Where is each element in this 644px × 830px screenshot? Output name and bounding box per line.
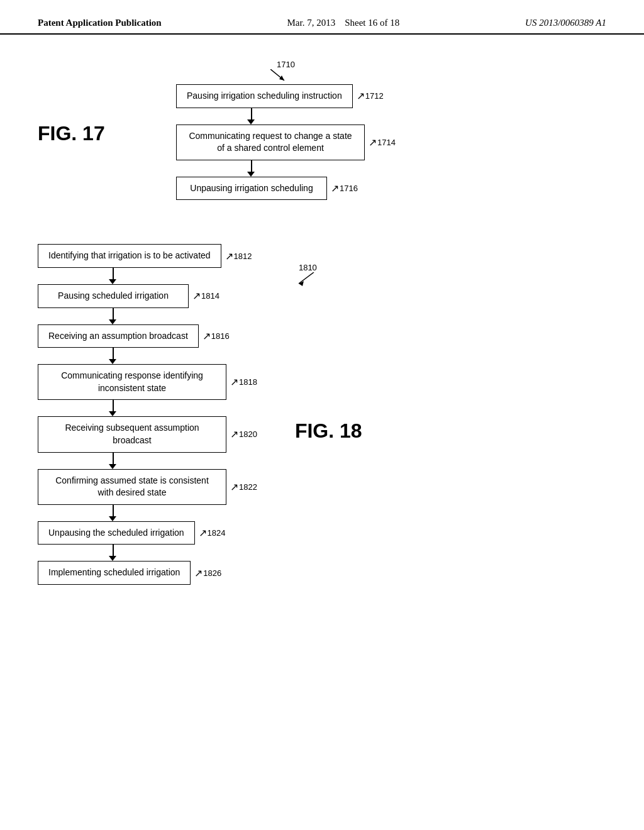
fig17-row-1714: Communicating request to change a state … xyxy=(176,124,396,160)
box-1714: Communicating request to change a state … xyxy=(176,124,365,160)
box-1712: Pausing irrigation scheduling instructio… xyxy=(176,84,353,108)
arr-e xyxy=(113,453,114,464)
arr-d xyxy=(113,400,114,411)
ref-1710-area: 1710 xyxy=(270,60,606,83)
main-content: 1710 FIG. 17 Pausing irrigation scheduli… xyxy=(0,35,644,610)
page-header: Patent Application Publication Mar. 7, 2… xyxy=(0,0,644,35)
svg-line-2 xyxy=(299,272,314,284)
arrow-1712-1714 xyxy=(251,108,252,119)
box-1820: Receiving subsequent assumption broadcas… xyxy=(38,416,226,452)
box-1824: Unpausing the scheduled irrigation xyxy=(38,521,195,545)
diagonal-arrow-1810 xyxy=(295,272,318,287)
box-1818: Communicating response identifying incon… xyxy=(38,364,226,400)
fig18-row-1822: Confirming assumed state is consistent w… xyxy=(38,469,257,505)
fig18-flowchart: Identifying that irrigation is to be act… xyxy=(38,244,257,585)
fig17-label: FIG. 17 xyxy=(38,122,105,145)
arr-c xyxy=(113,348,114,359)
box-1816: Receiving an assumption broadcast xyxy=(38,324,199,348)
fig18-label-area: 1810 FIG. 18 xyxy=(295,263,362,443)
fig17-section: 1710 FIG. 17 Pausing irrigation scheduli… xyxy=(38,60,606,200)
ref-1710-label: 1710 xyxy=(277,60,295,69)
ref-1714: ↗ 1714 xyxy=(369,136,396,148)
date-label: Mar. 7, 2013 xyxy=(287,18,336,28)
ref-1712: ↗ 1712 xyxy=(357,90,384,102)
arr-b xyxy=(113,308,114,319)
fig18-row-1826: Implementing scheduled irrigation ↗ 1826 xyxy=(38,561,221,585)
arrow-1714-1716 xyxy=(251,160,252,172)
arrowhead-b xyxy=(109,319,116,324)
ref-1818: ↗ 1818 xyxy=(230,376,257,388)
fig18-row-1820: Receiving subsequent assumption broadcas… xyxy=(38,416,257,452)
fig18-row-1816: Receiving an assumption broadcast ↗ 1816 xyxy=(38,324,230,348)
arr-a xyxy=(113,268,114,279)
diagonal-arrow-1710 xyxy=(270,69,289,83)
arr-f xyxy=(113,505,114,516)
patent-number: US 2013/0060389 A1 xyxy=(525,18,606,28)
fig18-section: Identifying that irrigation is to be act… xyxy=(38,244,606,585)
ref-1814: ↗ 1814 xyxy=(192,290,219,302)
ref-1810-label: 1810 xyxy=(299,263,362,272)
box-1812: Identifying that irrigation is to be act… xyxy=(38,244,221,268)
ref-1716: ↗ 1716 xyxy=(331,182,358,194)
fig17-content: FIG. 17 Pausing irrigation scheduling in… xyxy=(38,84,606,200)
box-1822: Confirming assumed state is consistent w… xyxy=(38,469,226,505)
arr-g xyxy=(113,545,114,556)
box-1826: Implementing scheduled irrigation xyxy=(38,561,191,585)
fig18-label-container: FIG. 18 xyxy=(295,419,362,443)
arrowhead-f xyxy=(109,516,116,521)
fig18-label: FIG. 18 xyxy=(295,419,362,443)
ref-1822: ↗ 1822 xyxy=(230,481,257,493)
sheet-label: Sheet 16 of 18 xyxy=(345,18,399,28)
fig17-label-area: FIG. 17 xyxy=(38,122,138,145)
publication-label: Patent Application Publication xyxy=(38,18,162,28)
arrowhead-a xyxy=(109,279,116,284)
arrowhead-2 xyxy=(247,172,255,177)
fig18-row-1818: Communicating response identifying incon… xyxy=(38,364,257,400)
box-1814: Pausing scheduled irrigation xyxy=(38,284,189,308)
fig18-row-1812: Identifying that irrigation is to be act… xyxy=(38,244,252,268)
ref-1824: ↗ 1824 xyxy=(199,527,226,539)
fig18-row-1824: Unpausing the scheduled irrigation ↗ 182… xyxy=(38,521,226,545)
ref-1826: ↗ 1826 xyxy=(194,567,221,579)
fig18-content: Identifying that irrigation is to be act… xyxy=(38,244,606,585)
ref-1810-area: 1810 xyxy=(295,263,362,290)
fig18-row-1814: Pausing scheduled irrigation ↗ 1814 xyxy=(38,284,219,308)
svg-marker-1 xyxy=(279,75,284,80)
arrowhead-g xyxy=(109,556,116,561)
box-1716: Unpausing irrigation scheduling xyxy=(176,177,327,201)
arrowhead-e xyxy=(109,464,116,469)
fig17-flowchart: Pausing irrigation scheduling instructio… xyxy=(176,84,396,200)
fig17-row-1716: Unpausing irrigation scheduling ↗ 1716 xyxy=(176,177,358,201)
fig17-row-1712: Pausing irrigation scheduling instructio… xyxy=(176,84,384,108)
arrowhead-1 xyxy=(247,119,255,124)
arrowhead-d xyxy=(109,411,116,416)
ref-1820: ↗ 1820 xyxy=(230,428,257,440)
ref-1812: ↗ 1812 xyxy=(225,250,252,262)
arrowhead-c xyxy=(109,359,116,364)
ref-1816: ↗ 1816 xyxy=(203,330,230,342)
header-center: Mar. 7, 2013 Sheet 16 of 18 xyxy=(287,18,400,28)
